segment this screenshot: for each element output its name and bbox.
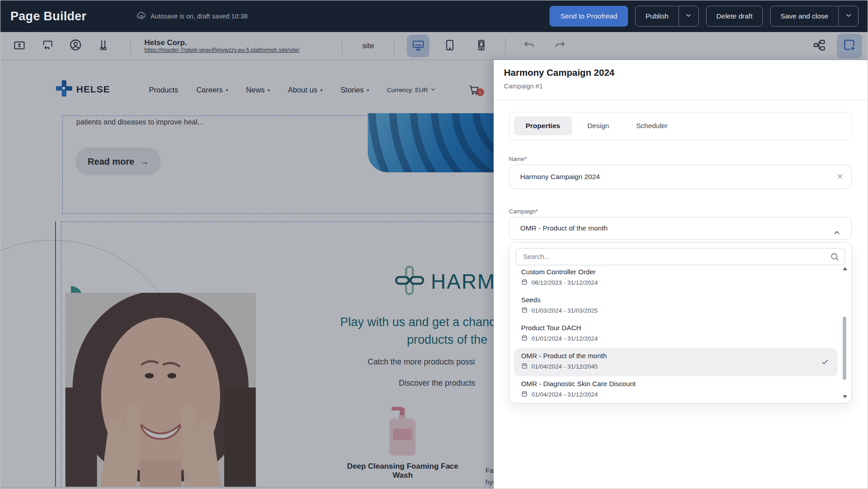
campaign-option[interactable]: Seeds 01/03/2024 - 31/03/2025 — [514, 292, 838, 320]
publish-button[interactable]: Publish — [635, 6, 699, 27]
mobile-view-button[interactable] — [470, 35, 493, 57]
mobile-icon — [475, 39, 488, 53]
option-dates-text: 06/12/2023 - 31/12/2024 — [531, 279, 598, 286]
option-name: OMR - Diagnostic Skin Care Discount — [521, 380, 831, 388]
harmony-brand-text: HARM — [431, 269, 494, 294]
nav-item-careers[interactable]: Careers▾ — [196, 86, 228, 94]
tab-design[interactable]: Design — [576, 116, 621, 135]
campaign-option-selected[interactable]: OMR - Product of the month 01/04/2024 - … — [514, 348, 838, 376]
autosave-status: Autosave is on, draft saved 10:38 — [136, 11, 248, 22]
panel-title: Harmony Campaign 2024 — [504, 67, 614, 78]
tablet-view-button[interactable] — [439, 35, 461, 57]
product-title: Deep Cleansing Foaming Face Wash — [336, 462, 469, 480]
chevron-down-icon — [430, 87, 436, 93]
name-input[interactable] — [509, 165, 852, 189]
save-and-close-dropdown-toggle[interactable] — [838, 6, 858, 26]
caret-down-icon: ▾ — [367, 88, 369, 92]
caret-down-icon: ▾ — [320, 88, 323, 92]
redo-icon — [554, 39, 566, 53]
nav-item-about-us[interactable]: About us▾ — [288, 86, 323, 94]
campaign-subline2: Discover the products — [399, 378, 475, 388]
preview-bottom-strip — [0, 487, 494, 489]
article-teaser-text: patients and diseases to improve heal... — [76, 118, 203, 126]
option-dates-text: 01/01/2024 - 31/12/2024 — [531, 335, 598, 342]
autosave-text: Autosave is on, draft saved 10:38 — [151, 13, 248, 20]
account-button[interactable] — [66, 37, 84, 55]
campaign-option[interactable]: Product Tour DACH 01/01/2024 - 31/12/202… — [514, 320, 838, 348]
desktop-view-button[interactable] — [407, 35, 429, 57]
editor-toolbar: Helse Corp. https://master-7rqtwti-segx4… — [0, 32, 868, 60]
option-dates: 06/12/2023 - 31/12/2024 — [521, 278, 831, 286]
campaign-option[interactable]: OMR - Diagnostic Skin Care Discount 01/0… — [514, 376, 838, 404]
check-icon — [821, 357, 830, 368]
scroll-down-arrow[interactable] — [843, 395, 847, 398]
panel-tabs: Properties Design Scheduler — [509, 112, 852, 140]
site-tree-button[interactable] — [809, 36, 830, 56]
read-more-button[interactable]: Read more → — [75, 148, 161, 175]
redo-button[interactable] — [551, 37, 569, 55]
publish-dropdown-toggle[interactable] — [679, 6, 698, 26]
option-dates: 01/04/2024 - 31/12/2045 — [521, 362, 831, 370]
currency-selector[interactable]: Currency: EUR — [387, 87, 436, 93]
toolbar-divider — [342, 38, 342, 54]
search-input[interactable] — [516, 248, 845, 265]
chevron-down-icon — [684, 11, 693, 21]
site-selector[interactable]: site — [362, 42, 374, 51]
publish-label: Publish — [636, 12, 679, 20]
arrow-right-icon: → — [140, 157, 149, 167]
search-icon — [830, 252, 840, 263]
site-url-link[interactable]: https://master-7rqtwti-segx45igywzzy.eu-… — [144, 47, 334, 53]
campaign-headline-line1: Play with us and get a chanc — [340, 315, 494, 329]
site-logo[interactable]: HELSE — [56, 80, 110, 98]
product-card[interactable]: Deep Cleansing Foaming Face Wash A highl… — [336, 401, 469, 489]
clear-name-button[interactable] — [836, 172, 844, 182]
nav-label: Careers — [196, 86, 223, 94]
frame-swap-icon — [41, 39, 54, 53]
save-and-close-button[interactable]: Save and close — [770, 6, 859, 27]
insert-text-block-button[interactable] — [10, 37, 28, 55]
calendar-icon — [521, 306, 528, 314]
content-block-campaign[interactable]: HARM Play with us and get a chanc produc… — [61, 221, 494, 489]
toolbar-divider — [130, 38, 131, 54]
option-name: Product Tour DACH — [521, 324, 831, 332]
tab-properties[interactable]: Properties — [514, 116, 572, 135]
product-card[interactable]: Fac hyd — [478, 401, 494, 489]
campaign-headline-line2: products of the — [407, 333, 488, 347]
send-to-proofread-button[interactable]: Send to Proofread — [549, 6, 628, 27]
nav-item-stories[interactable]: Stories▾ — [341, 86, 369, 94]
campaign-option[interactable]: Custom Controller Order 06/12/2023 - 31/… — [514, 264, 838, 292]
name-field-label: Name* — [509, 156, 527, 162]
site-preview: HELSE Products Careers▾ News▾ About us▾ … — [0, 60, 494, 489]
option-dates-text: 01/04/2024 - 31/12/2045 — [531, 363, 598, 370]
option-name: OMR - Product of the month — [521, 352, 831, 360]
site-nav: Products Careers▾ News▾ About us▾ Storie… — [149, 86, 436, 94]
toolbar-divider — [394, 38, 394, 54]
swap-frame-button[interactable] — [38, 37, 56, 55]
content-block-article[interactable]: patients and diseases to improve heal...… — [62, 115, 494, 214]
product-image — [383, 407, 422, 456]
nav-item-products[interactable]: Products — [149, 86, 178, 94]
campaign-select[interactable]: OMR - Product of the month — [509, 217, 852, 240]
scrollbar-thumb[interactable] — [843, 317, 846, 380]
cart-count-badge: 0 — [476, 88, 484, 96]
settings-button[interactable] — [94, 37, 112, 55]
cart-button[interactable]: 0 — [468, 84, 480, 97]
option-name: Custom Controller Order — [521, 268, 831, 276]
page-builder-app: Page Builder Autosave is on, draft saved… — [0, 0, 868, 489]
currency-label: Currency: EUR — [387, 87, 428, 93]
undo-button[interactable] — [520, 37, 538, 55]
delete-draft-button[interactable]: Delete draft — [706, 6, 763, 27]
panel-subtitle: Campaign #1 — [504, 83, 543, 90]
calendar-icon — [521, 390, 528, 398]
site-logo-text: HELSE — [76, 84, 110, 95]
dropdown-scrollbar[interactable] — [841, 266, 848, 399]
nav-item-news[interactable]: News▾ — [246, 86, 270, 94]
option-dates: 01/04/2024 - 31/12/2024 — [521, 390, 831, 398]
properties-panel-button[interactable] — [837, 34, 862, 58]
campaign-subline1: Catch the more products possi — [368, 357, 475, 367]
toolbar-divider — [505, 38, 506, 54]
tab-scheduler[interactable]: Scheduler — [624, 116, 679, 135]
harmony-brand: HARM — [395, 265, 494, 298]
scroll-up-arrow[interactable] — [843, 267, 847, 270]
product-text-fragment: Fac — [485, 465, 494, 476]
